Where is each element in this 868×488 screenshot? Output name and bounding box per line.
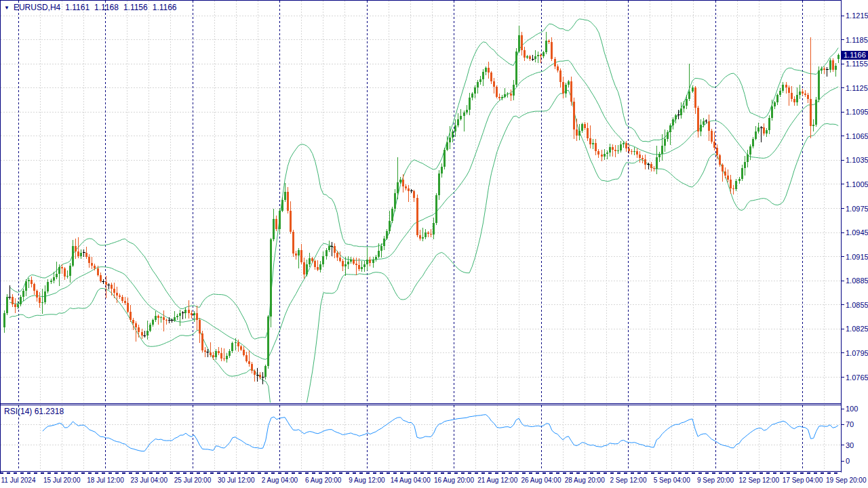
price-axis-label: 1.1035 xyxy=(846,156,868,164)
price-axis-label: 1.0885 xyxy=(846,277,868,285)
price-axis-label: 1.1065 xyxy=(846,132,868,140)
dropdown-arrow-icon[interactable]: ▼ xyxy=(4,5,9,11)
price-axis-label: 1.1155 xyxy=(846,60,868,68)
price-axis-label: 1.0915 xyxy=(846,253,868,261)
rsi-axis-label: 0 xyxy=(846,457,850,465)
close-value: 1.1166 xyxy=(153,3,177,12)
price-axis-label: 1.0855 xyxy=(846,301,868,309)
price-axis-label: 1.0795 xyxy=(846,349,868,357)
chart-canvas[interactable] xyxy=(0,0,868,488)
rsi-indicator-label: RSI(14) 61.2318 xyxy=(4,407,64,416)
chart-window: ▼ EURUSD,H4 1.1161 1.1168 1.1156 1.1166 … xyxy=(0,0,868,488)
rsi-axis-label: 100 xyxy=(846,405,858,413)
panel-borders xyxy=(0,0,844,472)
price-axis-label: 1.1125 xyxy=(846,84,868,92)
current-price-badge: 1.1166 xyxy=(842,51,868,60)
time-axis-label: 19 Sep 20:00 xyxy=(812,476,868,484)
price-axis-label: 1.0765 xyxy=(846,373,868,382)
price-axis-label: 1.0975 xyxy=(846,205,868,213)
symbol-period-label: EURUSD,H4 xyxy=(14,3,60,12)
rsi-axis-label: 70 xyxy=(846,420,854,428)
bollinger-bands xyxy=(9,19,838,451)
price-axis-label: 1.0945 xyxy=(846,228,868,237)
price-axis-label: 1.0825 xyxy=(846,325,868,333)
low-value: 1.1156 xyxy=(123,3,148,12)
price-axis-label: 1.1005 xyxy=(846,180,868,188)
rsi-line xyxy=(43,415,838,451)
chart-title: ▼ EURUSD,H4 1.1161 1.1168 1.1156 1.1166 xyxy=(4,3,177,12)
open-value: 1.1161 xyxy=(65,3,90,12)
rsi-axis-label: 30 xyxy=(846,441,854,449)
price-axis-label: 1.1215 xyxy=(846,12,868,20)
candles xyxy=(3,26,840,384)
time-axis-tick-row xyxy=(0,472,841,474)
price-axis-label: 1.1095 xyxy=(846,108,868,116)
price-axis-label: 1.1185 xyxy=(846,36,868,44)
high-value: 1.1168 xyxy=(94,3,119,12)
